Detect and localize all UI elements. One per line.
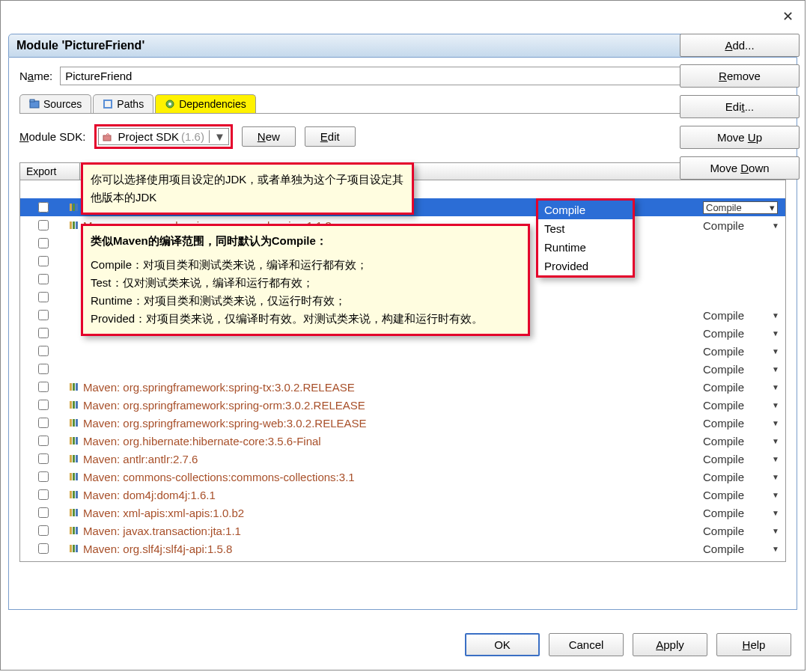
- scope-option[interactable]: Runtime: [538, 238, 633, 257]
- scope-cell[interactable]: Compile▼: [703, 471, 785, 483]
- scope-cell[interactable]: Compile▼: [703, 435, 785, 448]
- export-checkbox[interactable]: [38, 382, 49, 392]
- scope-cell[interactable]: Compile▼: [703, 417, 785, 430]
- scope-cell[interactable]: Compile▼: [703, 507, 785, 519]
- svg-rect-30: [70, 491, 72, 498]
- cancel-button[interactable]: Cancel: [549, 633, 624, 656]
- add-button[interactable]: Add...: [680, 34, 800, 57]
- export-checkbox[interactable]: [38, 238, 49, 248]
- export-checkbox[interactable]: [38, 202, 49, 213]
- scope-dropdown-open[interactable]: CompileTestRuntimeProvided: [536, 198, 635, 278]
- library-icon: [67, 220, 82, 230]
- svg-rect-9: [70, 222, 72, 229]
- svg-rect-38: [76, 527, 78, 534]
- library-icon: [67, 507, 82, 518]
- table-row[interactable]: Maven: dom4j:dom4j:1.6.1Compile▼: [20, 486, 785, 504]
- svg-rect-7: [73, 204, 75, 211]
- scope-cell[interactable]: Compile▼: [703, 543, 785, 555]
- svg-rect-36: [70, 527, 72, 534]
- svg-rect-5: [103, 135, 111, 141]
- dependency-name: Maven: dom4j:dom4j:1.6.1: [82, 489, 703, 501]
- table-row[interactable]: Maven: org.hibernate:hibernate-core:3.5.…: [20, 432, 785, 450]
- table-row[interactable]: Maven: org.springframework:spring-tx:3.0…: [20, 378, 785, 396]
- export-checkbox[interactable]: [38, 489, 49, 500]
- scope-cell[interactable]: Compile▼: [703, 363, 785, 376]
- header-export[interactable]: Export: [20, 163, 80, 180]
- scope-cell[interactable]: Compile▼: [703, 327, 785, 340]
- export-checkbox[interactable]: [38, 310, 49, 320]
- edit-sdk-button[interactable]: Edit: [305, 126, 356, 147]
- export-checkbox[interactable]: [38, 436, 49, 446]
- svg-rect-27: [70, 473, 72, 480]
- export-checkbox[interactable]: [38, 274, 49, 284]
- svg-rect-12: [70, 383, 72, 391]
- scope-option[interactable]: Provided: [538, 257, 633, 275]
- scope-select[interactable]: Compile▾: [703, 201, 778, 214]
- export-checkbox[interactable]: [38, 525, 49, 536]
- svg-rect-24: [70, 455, 72, 462]
- dependency-name: Maven: org.springframework:spring-tx:3.0…: [82, 381, 703, 394]
- svg-rect-32: [76, 491, 78, 498]
- scope-cell[interactable]: Compile▼: [703, 399, 785, 412]
- table-row[interactable]: Compile▼: [20, 342, 785, 360]
- edit-button[interactable]: Edit...: [680, 95, 800, 118]
- export-checkbox[interactable]: [38, 471, 49, 482]
- help-button[interactable]: Help: [716, 633, 791, 656]
- export-checkbox[interactable]: [38, 453, 49, 464]
- svg-rect-8: [76, 204, 78, 211]
- table-row[interactable]: Maven: xml-apis:xml-apis:1.0.b2Compile▼: [20, 504, 785, 522]
- tab-sources[interactable]: Sources: [19, 94, 91, 113]
- close-icon[interactable]: ✕: [782, 8, 794, 25]
- name-input[interactable]: [60, 67, 786, 85]
- scope-cell[interactable]: Compile▼: [703, 525, 785, 537]
- move-down-button[interactable]: Move Down: [680, 156, 800, 180]
- svg-rect-23: [76, 437, 78, 445]
- table-row[interactable]: Maven: antlr:antlr:2.7.6Compile▼: [20, 450, 785, 468]
- export-checkbox[interactable]: [38, 220, 49, 230]
- scope-cell[interactable]: Compile▼: [703, 381, 785, 394]
- table-row[interactable]: Compile▼: [20, 360, 785, 378]
- apply-button[interactable]: Apply: [633, 633, 707, 656]
- dependency-name: Maven: org.springframework:spring-orm:3.…: [82, 399, 703, 412]
- export-checkbox[interactable]: [38, 292, 49, 302]
- table-row[interactable]: Maven: org.springframework:spring-web:3.…: [20, 414, 785, 432]
- scope-cell[interactable]: Compile▼: [703, 345, 785, 358]
- export-checkbox[interactable]: [38, 418, 49, 428]
- scope-option[interactable]: Compile: [538, 201, 633, 219]
- library-icon: [67, 525, 82, 536]
- table-row[interactable]: Maven: commons-collections:commons-colle…: [20, 468, 785, 486]
- dependency-name: Maven: javax.transaction:jta:1.1: [82, 525, 703, 537]
- scope-cell[interactable]: Compile▼: [703, 453, 785, 465]
- module-sdk-select[interactable]: Project SDK (1.6) ▼: [98, 128, 228, 145]
- tabs: Sources Paths Dependencies: [19, 94, 786, 114]
- scope-cell[interactable]: Compile▼: [703, 489, 785, 501]
- export-checkbox[interactable]: [38, 400, 49, 410]
- svg-rect-39: [70, 545, 72, 552]
- export-checkbox[interactable]: [38, 346, 49, 356]
- remove-button[interactable]: Remove: [680, 64, 800, 88]
- svg-rect-29: [76, 473, 78, 480]
- table-row[interactable]: Maven: org.slf4j:slf4j-api:1.5.8Compile▼: [20, 540, 785, 558]
- svg-rect-21: [70, 437, 72, 445]
- svg-rect-25: [73, 455, 75, 462]
- tab-paths[interactable]: Paths: [93, 94, 153, 113]
- scope-cell[interactable]: Compile▼: [703, 219, 785, 232]
- tab-dependencies[interactable]: Dependencies: [155, 94, 256, 113]
- export-checkbox[interactable]: [38, 364, 49, 374]
- dependency-name: Maven: org.slf4j:slf4j-api:1.5.8: [82, 543, 703, 555]
- export-checkbox[interactable]: [38, 328, 49, 338]
- svg-rect-1: [30, 100, 34, 102]
- move-up-button[interactable]: Move Up: [680, 126, 800, 149]
- ok-button[interactable]: OK: [465, 633, 540, 656]
- svg-rect-10: [73, 222, 75, 229]
- scope-option[interactable]: Test: [538, 219, 633, 238]
- export-checkbox[interactable]: [38, 543, 49, 554]
- table-row[interactable]: Maven: org.springframework:spring-orm:3.…: [20, 396, 785, 414]
- export-checkbox[interactable]: [38, 256, 49, 266]
- scope-cell[interactable]: Compile▼: [703, 309, 785, 322]
- table-row[interactable]: Maven: javax.transaction:jta:1.1Compile▼: [20, 522, 785, 540]
- export-checkbox[interactable]: [38, 507, 49, 518]
- library-icon: [67, 400, 82, 410]
- new-button[interactable]: New: [242, 126, 296, 147]
- tab-sources-label: Sources: [43, 98, 82, 110]
